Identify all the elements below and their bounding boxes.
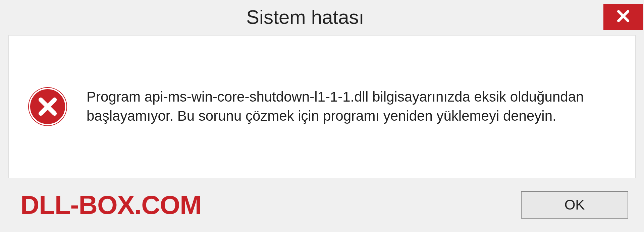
error-icon: [29, 88, 66, 125]
content-area: Program api-ms-win-core-shutdown-l1-1-1.…: [8, 35, 636, 178]
ok-button-label: OK: [565, 197, 585, 213]
close-button[interactable]: [603, 4, 643, 30]
error-dialog: Sistem hatası Program api-ms-win-core-sh…: [0, 0, 644, 232]
dialog-footer: DLL-BOX.COM OK: [0, 178, 644, 232]
ok-button[interactable]: OK: [521, 191, 628, 219]
watermark-text: DLL-BOX.COM: [20, 190, 201, 220]
error-message: Program api-ms-win-core-shutdown-l1-1-1.…: [87, 88, 619, 125]
dialog-title: Sistem hatası: [7, 6, 603, 28]
titlebar: Sistem hatası: [0, 0, 644, 33]
error-icon-circle: [29, 88, 66, 125]
close-icon: [616, 9, 630, 24]
